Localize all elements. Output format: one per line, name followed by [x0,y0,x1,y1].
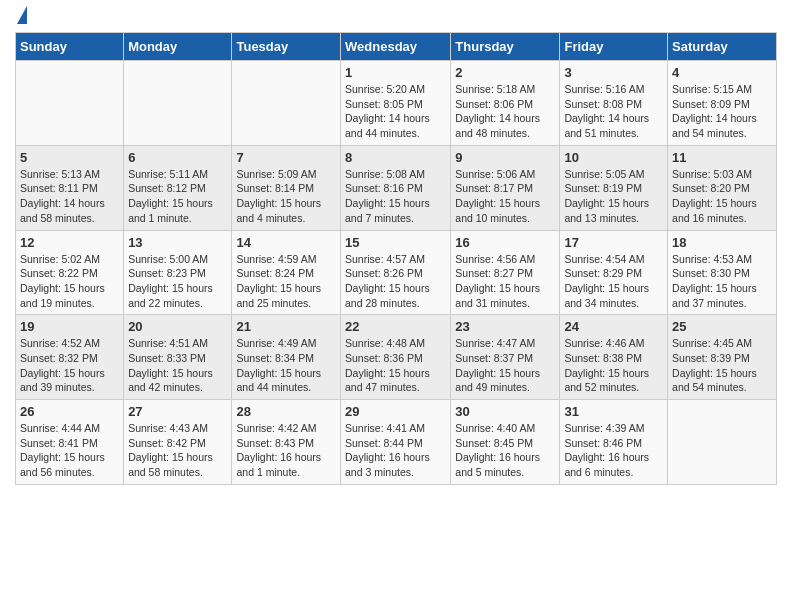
day-number: 16 [455,235,555,250]
day-info: Sunrise: 4:51 AM Sunset: 8:33 PM Dayligh… [128,336,227,395]
day-info: Sunrise: 5:15 AM Sunset: 8:09 PM Dayligh… [672,82,772,141]
day-cell: 18Sunrise: 4:53 AM Sunset: 8:30 PM Dayli… [668,230,777,315]
day-info: Sunrise: 4:47 AM Sunset: 8:37 PM Dayligh… [455,336,555,395]
day-info: Sunrise: 4:52 AM Sunset: 8:32 PM Dayligh… [20,336,119,395]
column-header-sunday: Sunday [16,33,124,61]
day-info: Sunrise: 4:43 AM Sunset: 8:42 PM Dayligh… [128,421,227,480]
day-cell: 3Sunrise: 5:16 AM Sunset: 8:08 PM Daylig… [560,61,668,146]
day-cell [16,61,124,146]
day-info: Sunrise: 4:39 AM Sunset: 8:46 PM Dayligh… [564,421,663,480]
day-info: Sunrise: 5:13 AM Sunset: 8:11 PM Dayligh… [20,167,119,226]
day-cell: 8Sunrise: 5:08 AM Sunset: 8:16 PM Daylig… [341,145,451,230]
calendar-table: SundayMondayTuesdayWednesdayThursdayFrid… [15,32,777,485]
day-cell: 13Sunrise: 5:00 AM Sunset: 8:23 PM Dayli… [124,230,232,315]
day-number: 8 [345,150,446,165]
day-number: 18 [672,235,772,250]
day-cell: 25Sunrise: 4:45 AM Sunset: 8:39 PM Dayli… [668,315,777,400]
day-info: Sunrise: 4:49 AM Sunset: 8:34 PM Dayligh… [236,336,336,395]
day-cell: 20Sunrise: 4:51 AM Sunset: 8:33 PM Dayli… [124,315,232,400]
day-number: 6 [128,150,227,165]
day-number: 25 [672,319,772,334]
day-number: 4 [672,65,772,80]
day-info: Sunrise: 5:03 AM Sunset: 8:20 PM Dayligh… [672,167,772,226]
day-number: 10 [564,150,663,165]
day-info: Sunrise: 5:11 AM Sunset: 8:12 PM Dayligh… [128,167,227,226]
day-info: Sunrise: 5:16 AM Sunset: 8:08 PM Dayligh… [564,82,663,141]
day-info: Sunrise: 4:53 AM Sunset: 8:30 PM Dayligh… [672,252,772,311]
day-info: Sunrise: 5:09 AM Sunset: 8:14 PM Dayligh… [236,167,336,226]
day-cell: 24Sunrise: 4:46 AM Sunset: 8:38 PM Dayli… [560,315,668,400]
column-header-wednesday: Wednesday [341,33,451,61]
day-info: Sunrise: 5:00 AM Sunset: 8:23 PM Dayligh… [128,252,227,311]
day-info: Sunrise: 4:40 AM Sunset: 8:45 PM Dayligh… [455,421,555,480]
day-cell: 22Sunrise: 4:48 AM Sunset: 8:36 PM Dayli… [341,315,451,400]
day-info: Sunrise: 4:56 AM Sunset: 8:27 PM Dayligh… [455,252,555,311]
day-cell: 28Sunrise: 4:42 AM Sunset: 8:43 PM Dayli… [232,400,341,485]
day-number: 21 [236,319,336,334]
logo [15,10,27,24]
day-number: 17 [564,235,663,250]
day-number: 15 [345,235,446,250]
day-cell: 16Sunrise: 4:56 AM Sunset: 8:27 PM Dayli… [451,230,560,315]
day-number: 24 [564,319,663,334]
day-cell: 26Sunrise: 4:44 AM Sunset: 8:41 PM Dayli… [16,400,124,485]
day-info: Sunrise: 4:44 AM Sunset: 8:41 PM Dayligh… [20,421,119,480]
week-row-4: 19Sunrise: 4:52 AM Sunset: 8:32 PM Dayli… [16,315,777,400]
day-cell: 1Sunrise: 5:20 AM Sunset: 8:05 PM Daylig… [341,61,451,146]
day-cell [124,61,232,146]
day-cell: 30Sunrise: 4:40 AM Sunset: 8:45 PM Dayli… [451,400,560,485]
week-row-1: 1Sunrise: 5:20 AM Sunset: 8:05 PM Daylig… [16,61,777,146]
day-cell: 15Sunrise: 4:57 AM Sunset: 8:26 PM Dayli… [341,230,451,315]
day-number: 22 [345,319,446,334]
day-cell [232,61,341,146]
day-info: Sunrise: 4:42 AM Sunset: 8:43 PM Dayligh… [236,421,336,480]
day-number: 23 [455,319,555,334]
day-cell: 14Sunrise: 4:59 AM Sunset: 8:24 PM Dayli… [232,230,341,315]
day-cell: 4Sunrise: 5:15 AM Sunset: 8:09 PM Daylig… [668,61,777,146]
day-cell: 5Sunrise: 5:13 AM Sunset: 8:11 PM Daylig… [16,145,124,230]
day-number: 19 [20,319,119,334]
day-info: Sunrise: 5:06 AM Sunset: 8:17 PM Dayligh… [455,167,555,226]
day-number: 31 [564,404,663,419]
day-info: Sunrise: 5:05 AM Sunset: 8:19 PM Dayligh… [564,167,663,226]
day-number: 28 [236,404,336,419]
day-cell: 11Sunrise: 5:03 AM Sunset: 8:20 PM Dayli… [668,145,777,230]
day-cell: 6Sunrise: 5:11 AM Sunset: 8:12 PM Daylig… [124,145,232,230]
day-info: Sunrise: 5:20 AM Sunset: 8:05 PM Dayligh… [345,82,446,141]
day-cell: 17Sunrise: 4:54 AM Sunset: 8:29 PM Dayli… [560,230,668,315]
day-number: 5 [20,150,119,165]
day-info: Sunrise: 5:18 AM Sunset: 8:06 PM Dayligh… [455,82,555,141]
day-info: Sunrise: 4:57 AM Sunset: 8:26 PM Dayligh… [345,252,446,311]
column-header-friday: Friday [560,33,668,61]
day-info: Sunrise: 4:54 AM Sunset: 8:29 PM Dayligh… [564,252,663,311]
column-header-monday: Monday [124,33,232,61]
day-info: Sunrise: 4:46 AM Sunset: 8:38 PM Dayligh… [564,336,663,395]
day-cell: 23Sunrise: 4:47 AM Sunset: 8:37 PM Dayli… [451,315,560,400]
day-cell: 29Sunrise: 4:41 AM Sunset: 8:44 PM Dayli… [341,400,451,485]
column-header-thursday: Thursday [451,33,560,61]
day-number: 1 [345,65,446,80]
day-number: 2 [455,65,555,80]
day-number: 3 [564,65,663,80]
day-info: Sunrise: 4:45 AM Sunset: 8:39 PM Dayligh… [672,336,772,395]
day-number: 12 [20,235,119,250]
day-number: 11 [672,150,772,165]
day-info: Sunrise: 4:41 AM Sunset: 8:44 PM Dayligh… [345,421,446,480]
day-cell: 19Sunrise: 4:52 AM Sunset: 8:32 PM Dayli… [16,315,124,400]
day-number: 9 [455,150,555,165]
day-number: 14 [236,235,336,250]
week-row-2: 5Sunrise: 5:13 AM Sunset: 8:11 PM Daylig… [16,145,777,230]
day-cell: 31Sunrise: 4:39 AM Sunset: 8:46 PM Dayli… [560,400,668,485]
day-cell: 9Sunrise: 5:06 AM Sunset: 8:17 PM Daylig… [451,145,560,230]
day-number: 13 [128,235,227,250]
day-info: Sunrise: 4:48 AM Sunset: 8:36 PM Dayligh… [345,336,446,395]
day-cell [668,400,777,485]
day-cell: 27Sunrise: 4:43 AM Sunset: 8:42 PM Dayli… [124,400,232,485]
day-cell: 2Sunrise: 5:18 AM Sunset: 8:06 PM Daylig… [451,61,560,146]
day-cell: 10Sunrise: 5:05 AM Sunset: 8:19 PM Dayli… [560,145,668,230]
header-row: SundayMondayTuesdayWednesdayThursdayFrid… [16,33,777,61]
page-header [15,10,777,24]
day-number: 29 [345,404,446,419]
day-number: 30 [455,404,555,419]
week-row-5: 26Sunrise: 4:44 AM Sunset: 8:41 PM Dayli… [16,400,777,485]
